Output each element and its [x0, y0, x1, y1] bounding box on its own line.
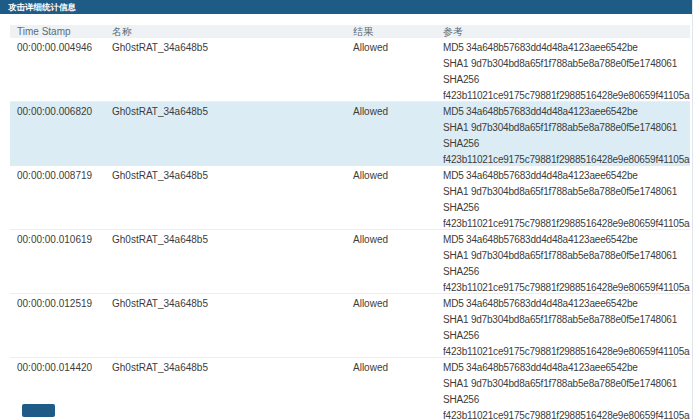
sha1-line: SHA1 9d7b304bd8a65f1f788ab5e8a788e0f5e17… [443, 248, 690, 264]
name-cell: Gh0stRAT_34a648b5 [105, 358, 346, 420]
sha256-label-line: SHA256 [443, 392, 690, 408]
reference-cell: MD5 34a648b57683dd4d48a4123aee6542be SHA… [436, 294, 690, 357]
table-row[interactable]: 00:00:00.006820 Gh0stRAT_34a648b5 Allowe… [10, 102, 690, 166]
timestamp-cell: 00:00:00.012519 [10, 294, 105, 357]
result-cell: Allowed [346, 166, 436, 229]
result-cell: Allowed [346, 38, 436, 101]
result-cell: Allowed [346, 294, 436, 357]
table-row[interactable]: 00:00:00.010619 Gh0stRAT_34a648b5 Allowe… [10, 230, 690, 294]
table-row[interactable]: 00:00:00.014420 Gh0stRAT_34a648b5 Allowe… [10, 358, 690, 420]
column-header-name[interactable]: 名称 [105, 25, 346, 38]
column-header-result[interactable]: 结果 [346, 25, 436, 38]
sha256-hash-line: f423b11021ce9175c79881f2988516428e9e8065… [443, 408, 690, 420]
result-cell: Allowed [346, 102, 436, 165]
timestamp-cell: 00:00:00.008719 [10, 166, 105, 229]
status-tooltip [22, 404, 55, 417]
timestamp-cell: 00:00:00.004946 [10, 38, 105, 101]
table-row[interactable]: 00:00:00.004946 Gh0stRAT_34a648b5 Allowe… [10, 38, 690, 102]
column-header-timestamp[interactable]: Time Stamp [10, 25, 105, 38]
md5-line: MD5 34a648b57683dd4d48a4123aee6542be [443, 168, 690, 184]
attack-detail-panel: 攻击详细统计信息 Time Stamp 名称 结果 参考 00:00:00.00… [0, 0, 700, 420]
sha1-line: SHA1 9d7b304bd8a65f1f788ab5e8a788e0f5e17… [443, 312, 690, 328]
reference-cell: MD5 34a648b57683dd4d48a4123aee6542be SHA… [436, 358, 690, 420]
reference-cell: MD5 34a648b57683dd4d48a4123aee6542be SHA… [436, 38, 690, 101]
panel-title: 攻击详细统计信息 [8, 2, 76, 12]
panel-titlebar: 攻击详细统计信息 [0, 0, 692, 14]
sha1-line: SHA1 9d7b304bd8a65f1f788ab5e8a788e0f5e17… [443, 184, 690, 200]
table-row[interactable]: 00:00:00.012519 Gh0stRAT_34a648b5 Allowe… [10, 294, 690, 358]
md5-line: MD5 34a648b57683dd4d48a4123aee6542be [443, 40, 690, 56]
sha256-hash-line: f423b11021ce9175c79881f2988516428e9e8065… [443, 216, 690, 229]
timestamp-cell: 00:00:00.006820 [10, 102, 105, 165]
md5-line: MD5 34a648b57683dd4d48a4123aee6542be [443, 296, 690, 312]
sha256-label-line: SHA256 [443, 72, 690, 88]
sha256-hash-line: f423b11021ce9175c79881f2988516428e9e8065… [443, 280, 690, 293]
sha1-line: SHA1 9d7b304bd8a65f1f788ab5e8a788e0f5e17… [443, 376, 690, 392]
md5-line: MD5 34a648b57683dd4d48a4123aee6542be [443, 360, 690, 376]
reference-cell: MD5 34a648b57683dd4d48a4123aee6542be SHA… [436, 102, 690, 165]
name-cell: Gh0stRAT_34a648b5 [105, 230, 346, 293]
column-header-reference[interactable]: 参考 [436, 25, 690, 38]
sha256-label-line: SHA256 [443, 328, 690, 344]
name-cell: Gh0stRAT_34a648b5 [105, 38, 346, 101]
sha1-line: SHA1 9d7b304bd8a65f1f788ab5e8a788e0f5e17… [443, 120, 690, 136]
timestamp-cell: 00:00:00.010619 [10, 230, 105, 293]
name-cell: Gh0stRAT_34a648b5 [105, 102, 346, 165]
result-cell: Allowed [346, 230, 436, 293]
table-row[interactable]: 00:00:00.008719 Gh0stRAT_34a648b5 Allowe… [10, 166, 690, 230]
name-cell: Gh0stRAT_34a648b5 [105, 166, 346, 229]
sha256-hash-line: f423b11021ce9175c79881f2988516428e9e8065… [443, 152, 690, 165]
reference-cell: MD5 34a648b57683dd4d48a4123aee6542be SHA… [436, 230, 690, 293]
sha1-line: SHA1 9d7b304bd8a65f1f788ab5e8a788e0f5e17… [443, 56, 690, 72]
table-header-row: Time Stamp 名称 结果 参考 [10, 25, 690, 38]
md5-line: MD5 34a648b57683dd4d48a4123aee6542be [443, 232, 690, 248]
sha256-hash-line: f423b11021ce9175c79881f2988516428e9e8065… [443, 88, 690, 101]
result-cell: Allowed [346, 358, 436, 420]
table-body: 00:00:00.004946 Gh0stRAT_34a648b5 Allowe… [10, 38, 690, 420]
attack-table: Time Stamp 名称 结果 参考 00:00:00.004946 Gh0s… [10, 25, 690, 420]
sha256-label-line: SHA256 [443, 264, 690, 280]
panel-right-border [692, 0, 693, 420]
reference-cell: MD5 34a648b57683dd4d48a4123aee6542be SHA… [436, 166, 690, 229]
md5-line: MD5 34a648b57683dd4d48a4123aee6542be [443, 104, 690, 120]
sha256-label-line: SHA256 [443, 200, 690, 216]
sha256-hash-line: f423b11021ce9175c79881f2988516428e9e8065… [443, 344, 690, 357]
name-cell: Gh0stRAT_34a648b5 [105, 294, 346, 357]
sha256-label-line: SHA256 [443, 136, 690, 152]
